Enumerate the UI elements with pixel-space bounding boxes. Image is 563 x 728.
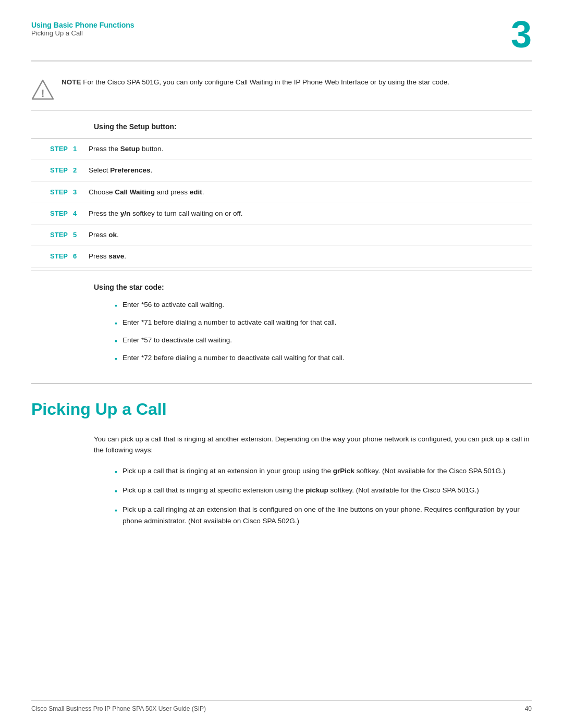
step-label: STEP <box>31 145 73 153</box>
bullet-marker: ▪ <box>115 466 117 477</box>
bullet-marker: ▪ <box>115 318 117 329</box>
star-section-heading: Using the star code: <box>94 283 532 291</box>
bullet-marker: ▪ <box>115 353 117 364</box>
footer-left: Cisco Small Business Pro IP Phone SPA 50… <box>31 705 206 712</box>
step-row: STEP 3 Choose Call Waiting and press edi… <box>31 182 532 203</box>
chapter-title: Using Basic Phone Functions <box>31 21 134 29</box>
picking-bullet-item: ▪ Pick up a call that is ringing at an e… <box>115 465 532 477</box>
star-bullet-item: ▪ Enter *72 before dialing a number to d… <box>115 353 532 364</box>
note-content: NOTE For the Cisco SPA 501G, you can onl… <box>62 77 449 88</box>
section-subtitle: Picking Up a Call <box>31 29 134 37</box>
bullet-text: Pick up a call that is ringing at specif… <box>123 485 479 496</box>
picking-section-title: Picking Up a Call <box>31 400 532 419</box>
bullet-text: Enter *57 to deactivate call waiting. <box>123 335 232 346</box>
star-bullet-list: ▪ Enter *56 to activate call waiting. ▪ … <box>115 300 532 364</box>
header-rule <box>31 60 532 61</box>
step-num: 2 <box>73 166 89 174</box>
bullet-marker: ▪ <box>115 485 117 497</box>
steps-end-rule <box>31 270 532 270</box>
bullet-marker: ▪ <box>115 300 117 311</box>
note-box: ! NOTE For the Cisco SPA 501G, you can o… <box>31 77 532 111</box>
chapter-number: 3 <box>511 16 532 53</box>
step-row: STEP 2 Select Preferences. <box>31 160 532 181</box>
star-bullet-item: ▪ Enter *71 before dialing a number to a… <box>115 317 532 329</box>
step-text: Press save. <box>89 251 126 262</box>
step-text: Choose Call Waiting and press edit. <box>89 187 204 198</box>
step-num: 4 <box>73 209 89 217</box>
step-label: STEP <box>31 209 73 217</box>
picking-bullet-item: ▪ Pick up a call that is ringing at spec… <box>115 485 532 497</box>
picking-intro: You can pick up a call that is ringing a… <box>94 434 532 456</box>
note-icon: ! <box>31 78 54 101</box>
section-divider <box>31 383 532 384</box>
step-row: STEP 5 Press ok. <box>31 225 532 246</box>
step-text: Select Preferences. <box>89 165 152 176</box>
step-num: 1 <box>73 145 89 153</box>
step-row: STEP 4 Press the y/n softkey to turn cal… <box>31 203 532 225</box>
bullet-marker: ▪ <box>115 336 117 347</box>
bullet-text: Enter *71 before dialing a number to act… <box>123 317 336 328</box>
bullet-text: Pick up a call ringing at an extension t… <box>123 504 532 526</box>
bullet-text: Pick up a call that is ringing at an ext… <box>123 465 505 477</box>
step-num: 6 <box>73 252 89 260</box>
star-bullet-item: ▪ Enter *57 to deactivate call waiting. <box>115 335 532 347</box>
step-text: Press the y/n softkey to turn call waiti… <box>89 208 242 219</box>
step-text: Press the Setup button. <box>89 144 163 154</box>
bullet-text: Enter *72 before dialing a number to dea… <box>123 353 345 363</box>
step-text: Press ok. <box>89 230 119 240</box>
note-text-body: For the Cisco SPA 501G, you can only con… <box>83 78 449 86</box>
page-header: Using Basic Phone Functions Picking Up a… <box>31 21 532 56</box>
picking-bullet-item: ▪ Pick up a call ringing at an extension… <box>115 504 532 526</box>
page-footer: Cisco Small Business Pro IP Phone SPA 50… <box>31 700 532 712</box>
step-row: STEP 6 Press save. <box>31 246 532 267</box>
note-label: NOTE <box>62 78 81 86</box>
svg-text:!: ! <box>41 88 45 99</box>
picking-bullet-list: ▪ Pick up a call that is ringing at an e… <box>115 465 532 527</box>
bullet-marker: ▪ <box>115 504 117 516</box>
star-bullet-item: ▪ Enter *56 to activate call waiting. <box>115 300 532 311</box>
setup-section-heading: Using the Setup button: <box>94 122 532 131</box>
step-row: STEP 1 Press the Setup button. <box>31 139 532 160</box>
step-label: STEP <box>31 252 73 260</box>
bullet-text: Enter *56 to activate call waiting. <box>123 300 224 310</box>
header-left: Using Basic Phone Functions Picking Up a… <box>31 21 134 37</box>
page-container: Using Basic Phone Functions Picking Up a… <box>0 0 563 728</box>
step-num: 3 <box>73 188 89 196</box>
footer-right: 40 <box>525 705 532 712</box>
step-label: STEP <box>31 166 73 174</box>
step-label: STEP <box>31 231 73 239</box>
steps-container: STEP 1 Press the Setup button. STEP 2 Se… <box>31 138 532 268</box>
step-label: STEP <box>31 188 73 196</box>
step-num: 5 <box>73 231 89 239</box>
